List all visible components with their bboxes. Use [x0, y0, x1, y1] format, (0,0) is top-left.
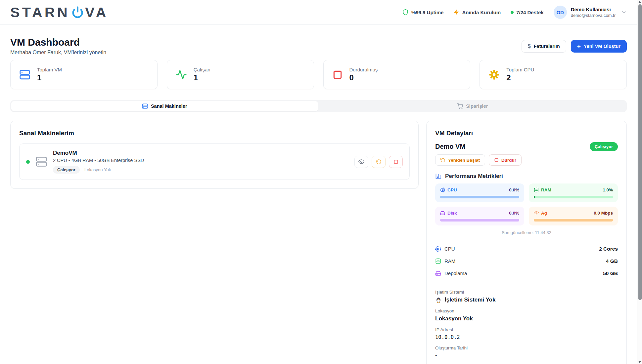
- database-icon: [435, 258, 441, 264]
- info-os: İşletim Sistemi İşletim: [435, 290, 618, 303]
- vm-details-panel: VM Detayları Demo VM Çalışıyor Yeniden B…: [426, 121, 627, 364]
- shield-icon: [402, 9, 409, 16]
- page-subtitle: Merhaba Ömer Faruk, VM'lerinizi yönetin: [10, 50, 106, 56]
- info-created-date: Oluşturma Tarihi -: [435, 345, 618, 358]
- stat-card-stopped: Durdurulmuş 0: [323, 60, 471, 89]
- create-vm-button[interactable]: + Yeni VM Oluştur: [571, 40, 627, 53]
- vm-name: DemoVM: [53, 150, 144, 156]
- last-update-text: Son güncelleme: 11:44:32: [435, 230, 618, 235]
- starnova-logo[interactable]: STARN VA: [10, 4, 108, 20]
- server-icon: [142, 103, 148, 109]
- stop-button[interactable]: Durdur: [489, 154, 522, 166]
- billing-button[interactable]: $ Faturalarım: [522, 40, 566, 53]
- divider: [435, 284, 618, 284]
- page: STARN VA %99.9 Uptime Anında Kurul: [0, 0, 637, 364]
- vm-status-badge: Çalışıyor: [53, 166, 80, 174]
- bar-chart-icon: [435, 173, 442, 180]
- detail-vm-name: Demo VM: [435, 143, 465, 150]
- eye-icon: [358, 159, 364, 165]
- stat-value: 2: [506, 73, 534, 82]
- metrics-title: Performans Metrikleri: [445, 173, 503, 180]
- tab-orders[interactable]: Siparişler: [319, 101, 626, 111]
- stop-square-icon: [332, 69, 343, 80]
- stat-value: 0: [349, 73, 378, 82]
- spec-row-ram: RAM 4 GB: [435, 255, 618, 267]
- vm-details-title: VM Detayları: [435, 130, 618, 137]
- ram-usage-bar: [534, 196, 613, 198]
- metric-tile-network: Ağ 0.0 Mbps: [529, 207, 618, 225]
- rotate-ccw-icon: [440, 158, 445, 163]
- info-ip-address: IP Adresi 10.0.0.2: [435, 327, 618, 340]
- vm-list-title: Sanal Makinelerim: [19, 130, 410, 137]
- vm-location: Lokasyon Yok: [84, 167, 111, 172]
- spec-row-cpu: CPU 2 Cores: [435, 243, 618, 255]
- user-email: demo@starnova.com.tr: [571, 13, 616, 18]
- user-name: Demo Kullanıcısı: [571, 7, 616, 12]
- penguin-icon: [435, 297, 442, 303]
- dollar-icon: $: [528, 43, 531, 49]
- stat-label: Çalışan: [194, 67, 210, 72]
- metric-tile-disk: Disk 0.0%: [435, 207, 524, 225]
- hard-drive-icon: [440, 211, 445, 216]
- network-usage-bar: [534, 219, 613, 222]
- support-badge: 7/24 Destek: [511, 10, 544, 15]
- stat-card-total-cpu: Toplam CPU 2: [480, 60, 627, 89]
- chevron-down-icon: [621, 9, 627, 15]
- divider: [435, 240, 618, 240]
- page-scrollbar[interactable]: [637, 0, 642, 364]
- vm-list-panel: Sanal Makinelerim DemoVM 2 CPU • 4GB RAM…: [10, 121, 419, 189]
- vm-specs: 2 CPU • 4GB RAM • 50GB Enterprise SSD: [53, 158, 144, 163]
- stat-value: 1: [37, 73, 62, 82]
- cpu-usage-value: 0.0%: [509, 187, 519, 192]
- gear-icon: [488, 69, 500, 80]
- stop-vm-button[interactable]: [389, 156, 403, 168]
- avatar: ÖD: [554, 6, 567, 19]
- stop-square-icon: [393, 159, 398, 164]
- uptime-badge: %99.9 Uptime: [402, 9, 444, 16]
- restart-vm-button[interactable]: [372, 156, 386, 168]
- ram-usage-value: 1.0%: [603, 187, 613, 192]
- scrollbar-up-arrow-icon[interactable]: [638, 1, 641, 3]
- stat-card-running: Çalışan 1: [167, 60, 314, 89]
- cpu-usage-bar: [440, 196, 519, 198]
- restart-button[interactable]: Yeniden Başlat: [435, 154, 485, 166]
- stat-value: 1: [194, 73, 210, 82]
- view-vm-button[interactable]: [354, 156, 368, 168]
- page-title: VM Dashboard: [10, 37, 106, 48]
- lightning-icon: [453, 9, 459, 15]
- spec-row-storage: Depolama 50 GB: [435, 267, 618, 279]
- stop-square-icon: [494, 158, 499, 162]
- user-menu[interactable]: ÖD Demo Kullanıcısı demo@starnova.com.tr: [554, 6, 627, 19]
- disk-usage-bar: [440, 219, 519, 222]
- disk-usage-value: 0.0%: [509, 211, 519, 216]
- cart-icon: [457, 103, 463, 109]
- metric-tile-ram: RAM 1.0%: [529, 183, 618, 202]
- logo-text-left: STARN: [10, 4, 70, 20]
- activity-icon: [176, 69, 187, 80]
- running-status-badge: Çalışıyor: [590, 142, 618, 151]
- status-dot-icon: [26, 160, 30, 164]
- cpu-chip-icon: [435, 246, 441, 252]
- rotate-ccw-icon: [376, 159, 382, 165]
- stat-label: Toplam VM: [37, 67, 62, 72]
- wifi-icon: [534, 211, 539, 216]
- tab-virtual-machines[interactable]: Sanal Makineler: [11, 101, 318, 111]
- green-dot-icon: [511, 11, 514, 14]
- cpu-chip-icon: [440, 187, 445, 192]
- network-usage-value: 0.0 Mbps: [594, 211, 613, 216]
- stat-card-total-vm: Toplam VM 1: [10, 60, 158, 89]
- server-icon: [19, 69, 30, 80]
- power-button-icon: [71, 6, 84, 20]
- scrollbar-down-arrow-icon[interactable]: [638, 361, 641, 363]
- database-icon: [534, 187, 539, 192]
- info-location: Lokasyon Lokasyon Yok: [435, 308, 618, 322]
- vm-row-demovm[interactable]: DemoVM 2 CPU • 4GB RAM • 50GB Enterprise…: [19, 143, 410, 180]
- metric-tile-cpu: CPU 0.0%: [435, 183, 524, 202]
- tab-bar: Sanal Makineler Siparişler: [10, 100, 627, 112]
- plus-icon: +: [577, 43, 581, 49]
- hard-drive-icon: [435, 270, 441, 276]
- logo-text-right: VA: [85, 4, 109, 20]
- instant-setup-badge: Anında Kurulum: [453, 9, 501, 15]
- stat-label: Toplam CPU: [506, 67, 534, 72]
- scrollbar-thumb[interactable]: [638, 4, 642, 300]
